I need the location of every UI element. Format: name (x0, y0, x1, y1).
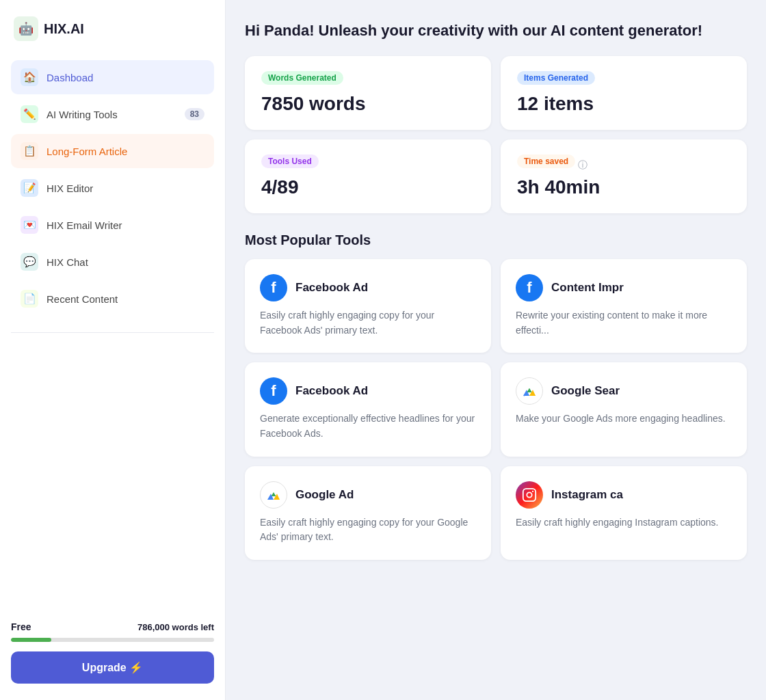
sidebar: 🤖 HIX.AI 🏠 Dashboad ✏️ AI Writing Tools … (0, 0, 226, 700)
google-drive-icon (516, 377, 543, 405)
stat-card-time-saved: Time saved ⓘ 3h 40min (501, 139, 747, 213)
logo-icon: 🤖 (14, 16, 38, 41)
time-saved-badge: Time saved (517, 154, 575, 168)
tools-used-badge: Tools Used (261, 154, 319, 168)
stat-card-words-generated: Words Generated 7850 words (245, 56, 491, 130)
sidebar-item-hix-chat[interactable]: 💬 HIX Chat (11, 245, 214, 279)
sidebar-item-label: Recent Content (47, 293, 118, 305)
free-label: Free (11, 621, 31, 632)
svg-rect-1 (523, 489, 536, 501)
sidebar-item-hix-editor[interactable]: 📝 HIX Editor (11, 171, 214, 205)
sidebar-item-label: AI Writing Tools (47, 109, 118, 120)
items-generated-value: 12 items (517, 93, 730, 115)
sidebar-item-label: Long-Form Article (47, 146, 127, 157)
sidebar-item-label: HIX Email Writer (47, 219, 122, 231)
stats-grid: Words Generated 7850 words Items Generat… (245, 56, 747, 213)
free-header: Free 786,000 words left (11, 621, 214, 632)
welcome-rest: Unleash your creativity with our AI cont… (319, 22, 703, 39)
words-left: 786,000 words left (137, 622, 214, 632)
google-ad-icon (260, 481, 287, 509)
hix-email-writer-icon: 💌 (21, 216, 38, 234)
tool-card-content-improver[interactable]: f Content Impr Rewrite your existing con… (501, 259, 747, 353)
tool-header: Instagram ca (516, 481, 732, 509)
tools-used-value: 4/89 (261, 176, 475, 198)
tool-card-facebook-ad-primary[interactable]: f Facebook Ad Easily craft highly engagi… (245, 259, 491, 353)
tools-grid: f Facebook Ad Easily craft highly engagi… (245, 259, 747, 560)
long-form-article-icon: 📋 (21, 142, 38, 160)
tool-desc: Easily craft highly engaging copy for yo… (260, 308, 476, 338)
hix-chat-icon: 💬 (21, 253, 38, 271)
tool-card-google-ad[interactable]: Google Ad Easily craft highly engaging c… (245, 466, 491, 560)
tool-desc: Easily craft highly engaging copy for yo… (260, 515, 476, 545)
tool-header: f Content Impr (516, 274, 732, 301)
stat-card-tools-used: Tools Used 4/89 (245, 139, 491, 213)
logo: 🤖 HIX.AI (11, 16, 214, 41)
ai-writing-tools-badge: 83 (185, 108, 204, 120)
sidebar-divider (11, 332, 214, 333)
tool-card-facebook-ad-headlines[interactable]: f Facebook Ad Generate exceptionally eff… (245, 362, 491, 456)
tool-name: Google Ad (295, 488, 354, 502)
facebook-icon-2: f (516, 274, 543, 301)
hix-editor-icon: 📝 (21, 179, 38, 197)
time-saved-value: 3h 40min (517, 176, 730, 198)
tool-header: f Facebook Ad (260, 377, 476, 405)
words-progress-bar (11, 638, 214, 642)
tool-header: Google Sear (516, 377, 732, 405)
time-saved-info-icon: ⓘ (578, 159, 587, 172)
tool-desc: Rewrite your existing content to make it… (516, 308, 732, 338)
sidebar-item-hix-email-writer[interactable]: 💌 HIX Email Writer (11, 208, 214, 242)
tool-desc: Generate exceptionally effective headlin… (260, 412, 476, 441)
free-section: Free 786,000 words left Upgrade ⚡ (11, 621, 214, 684)
sidebar-item-label: HIX Editor (47, 183, 93, 194)
tool-name: Content Impr (551, 281, 624, 295)
tool-header: f Facebook Ad (260, 274, 476, 301)
words-left-suffix: words left (172, 622, 214, 632)
items-generated-badge: Items Generated (517, 71, 595, 85)
words-left-number: 786,000 (137, 622, 170, 632)
words-generated-badge: Words Generated (261, 71, 343, 85)
welcome-message: Hi Panda! Unleash your creativity with o… (245, 22, 747, 40)
words-progress-fill (11, 638, 51, 642)
recent-content-icon: 📄 (21, 290, 38, 308)
sidebar-item-dashboard[interactable]: 🏠 Dashboad (11, 60, 214, 94)
svg-point-2 (527, 492, 531, 497)
tool-header: Google Ad (260, 481, 476, 509)
tool-card-google-search[interactable]: Google Sear Make your Google Ads more en… (501, 362, 747, 456)
dashboard-icon: 🏠 (21, 68, 38, 86)
logo-text: HIX.AI (44, 21, 84, 37)
facebook-icon-3: f (260, 377, 287, 405)
sidebar-item-ai-writing-tools[interactable]: ✏️ AI Writing Tools 83 (11, 97, 214, 131)
tool-name: Google Sear (551, 384, 620, 398)
tool-card-instagram-caption[interactable]: Instagram ca Easily craft highly engagin… (501, 466, 747, 560)
sidebar-item-label: Dashboad (47, 72, 93, 83)
tool-name: Instagram ca (551, 488, 623, 502)
facebook-icon: f (260, 274, 287, 301)
upgrade-button[interactable]: Upgrade ⚡ (11, 651, 214, 684)
stat-card-items-generated: Items Generated 12 items (501, 56, 747, 130)
tool-desc: Easily craft highly engaging Instagram c… (516, 515, 732, 530)
welcome-hi: Hi Panda! (245, 22, 314, 39)
sidebar-item-long-form-article[interactable]: 📋 Long-Form Article (11, 134, 214, 168)
main-content: Hi Panda! Unleash your creativity with o… (226, 0, 766, 700)
sidebar-item-label: HIX Chat (47, 256, 88, 268)
tool-name: Facebook Ad (295, 384, 368, 398)
tool-desc: Make your Google Ads more engaging headl… (516, 412, 732, 427)
words-generated-value: 7850 words (261, 93, 475, 115)
tool-name: Facebook Ad (295, 281, 368, 295)
sidebar-item-recent-content[interactable]: 📄 Recent Content (11, 282, 214, 316)
instagram-icon (516, 481, 543, 509)
popular-tools-title: Most Popular Tools (245, 232, 747, 248)
ai-writing-tools-icon: ✏️ (21, 105, 38, 123)
svg-point-3 (532, 491, 533, 492)
